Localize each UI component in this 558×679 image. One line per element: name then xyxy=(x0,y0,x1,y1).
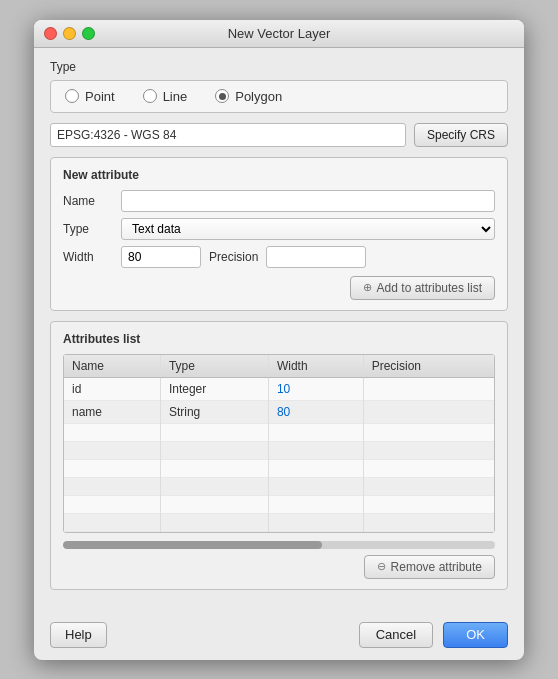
row-type: String xyxy=(160,400,268,423)
attributes-table: Name Type Width Precision id Integer 10 xyxy=(64,355,494,532)
attributes-list-section: Attributes list Name Type Width Precisio… xyxy=(50,321,508,590)
remove-btn-row: ⊖ Remove attribute xyxy=(63,555,495,579)
precision-input[interactable] xyxy=(266,246,366,268)
name-row: Name xyxy=(63,190,495,212)
precision-label: Precision xyxy=(209,250,258,264)
col-width: Width xyxy=(268,355,363,378)
window-controls xyxy=(44,27,95,40)
dialog-window: New Vector Layer Type Point Line Polygon xyxy=(34,20,524,660)
titlebar: New Vector Layer xyxy=(34,20,524,48)
type-label: Type xyxy=(63,222,121,236)
horizontal-scrollbar[interactable] xyxy=(63,541,495,549)
remove-icon: ⊖ xyxy=(377,560,386,573)
remove-btn-label: Remove attribute xyxy=(391,560,482,574)
dialog-footer: Help Cancel OK xyxy=(34,614,524,660)
radio-point-button[interactable] xyxy=(65,89,79,103)
table-row-empty xyxy=(64,459,494,477)
add-btn-row: ⊕ Add to attributes list xyxy=(63,276,495,300)
maximize-icon[interactable] xyxy=(82,27,95,40)
radio-line[interactable]: Line xyxy=(143,89,188,104)
crs-row: Specify CRS xyxy=(50,123,508,147)
row-width: 10 xyxy=(268,377,363,400)
col-precision: Precision xyxy=(363,355,494,378)
width-label: Width xyxy=(63,250,121,264)
add-btn-label: Add to attributes list xyxy=(377,281,482,295)
row-type: Integer xyxy=(160,377,268,400)
scrollbar-thumb xyxy=(63,541,322,549)
footer-right-buttons: Cancel OK xyxy=(359,622,508,648)
dialog-content: Type Point Line Polygon Specify xyxy=(34,48,524,614)
attributes-table-wrapper: Name Type Width Precision id Integer 10 xyxy=(63,354,495,533)
radio-line-button[interactable] xyxy=(143,89,157,103)
minimize-icon[interactable] xyxy=(63,27,76,40)
row-name: id xyxy=(64,377,160,400)
radio-point-label: Point xyxy=(85,89,115,104)
row-width: 80 xyxy=(268,400,363,423)
col-name: Name xyxy=(64,355,160,378)
type-section-label: Type xyxy=(50,60,508,74)
new-attribute-title: New attribute xyxy=(63,168,495,182)
type-row: Type Text data Integer Decimal number Da… xyxy=(63,218,495,240)
table-row[interactable]: name String 80 xyxy=(64,400,494,423)
row-precision xyxy=(363,400,494,423)
name-label: Name xyxy=(63,194,121,208)
attributes-list-title: Attributes list xyxy=(63,332,495,346)
table-row-empty xyxy=(64,495,494,513)
ok-button[interactable]: OK xyxy=(443,622,508,648)
new-attribute-section: New attribute Name Type Text data Intege… xyxy=(50,157,508,311)
table-row-empty xyxy=(64,423,494,441)
table-row-empty xyxy=(64,477,494,495)
radio-line-label: Line xyxy=(163,89,188,104)
width-input[interactable] xyxy=(121,246,201,268)
type-select[interactable]: Text data Integer Decimal number Date xyxy=(121,218,495,240)
cancel-button[interactable]: Cancel xyxy=(359,622,433,648)
radio-polygon[interactable]: Polygon xyxy=(215,89,282,104)
table-row[interactable]: id Integer 10 xyxy=(64,377,494,400)
width-precision-row: Width Precision xyxy=(63,246,495,268)
radio-polygon-label: Polygon xyxy=(235,89,282,104)
row-precision xyxy=(363,377,494,400)
help-button[interactable]: Help xyxy=(50,622,107,648)
radio-point[interactable]: Point xyxy=(65,89,115,104)
close-icon[interactable] xyxy=(44,27,57,40)
remove-attribute-button[interactable]: ⊖ Remove attribute xyxy=(364,555,495,579)
specify-crs-button[interactable]: Specify CRS xyxy=(414,123,508,147)
name-input[interactable] xyxy=(121,190,495,212)
table-row-empty xyxy=(64,441,494,459)
type-section: Point Line Polygon xyxy=(50,80,508,113)
crs-input[interactable] xyxy=(50,123,406,147)
table-row-empty xyxy=(64,513,494,531)
row-name: name xyxy=(64,400,160,423)
add-to-attributes-button[interactable]: ⊕ Add to attributes list xyxy=(350,276,495,300)
add-icon: ⊕ xyxy=(363,281,372,294)
radio-polygon-indicator xyxy=(219,93,226,100)
col-type: Type xyxy=(160,355,268,378)
window-title: New Vector Layer xyxy=(228,26,331,41)
radio-polygon-button[interactable] xyxy=(215,89,229,103)
